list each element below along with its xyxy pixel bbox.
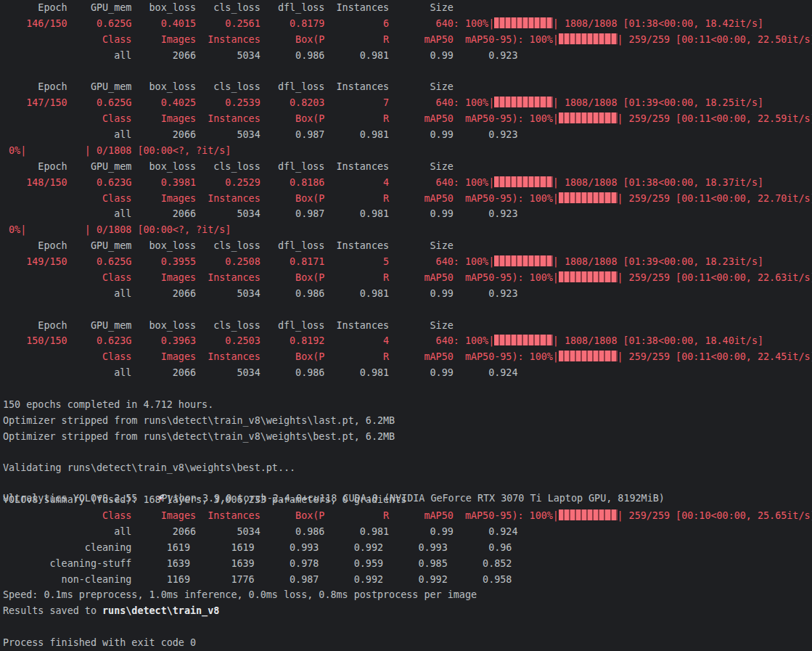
terminal-text: Optimizer stripped from runs\detect\trai… — [3, 431, 395, 442]
metrics-row: all 2066 5034 0.986 0.981 0.99 0.923 — [3, 48, 812, 64]
console-output: Epoch GPU_mem box_loss cls_loss dfl_loss… — [0, 0, 812, 651]
terminal-text: Epoch GPU_mem box_loss cls_loss dfl_loss… — [3, 2, 454, 13]
metrics-row: all 2066 5034 0.986 0.981 0.99 0.924 — [3, 524, 812, 540]
progress-bar-fill — [494, 17, 553, 28]
exit-line: Process finished with exit code 0 — [3, 635, 812, 651]
progress-bar-fill — [494, 255, 553, 266]
metrics-row: all 2066 5034 0.986 0.981 0.99 0.924 — [3, 365, 812, 381]
metrics-row: non-cleaning 1169 1776 0.987 0.992 0.992… — [3, 572, 812, 588]
terminal-text: Validating runs\detect\train_v8\weights\… — [3, 462, 295, 473]
progress-bar-fill — [494, 97, 553, 107]
terminal-text: 0%| | 0/1808 [00:00<?, ?it/s] — [3, 145, 231, 156]
terminal-text: | 259/259 [00:11<00:00, 22.70it/s] — [618, 193, 812, 204]
progress-bar-fill — [559, 509, 618, 520]
metrics-header-row: Epoch GPU_mem box_loss cls_loss dfl_loss… — [3, 159, 812, 175]
val-progress-row: Class Images Instances Box(P R mAP50 mAP… — [3, 32, 812, 48]
stalled-progress-row: 0%| | 0/1808 [00:00<?, ?it/s] — [3, 222, 812, 238]
progress-bar-fill — [559, 112, 618, 123]
metrics-header-row: Epoch GPU_mem box_loss cls_loss dfl_loss… — [3, 238, 812, 254]
terminal-text: Class Images Instances Box(P R mAP50 mAP… — [3, 34, 559, 45]
val-progress-row: Class Images Instances Box(P R mAP50 mAP… — [3, 508, 812, 524]
terminal-text: 150/150 0.623G 0.3963 0.2503 0.8192 4 64… — [3, 335, 494, 346]
progress-bar-fill — [494, 176, 553, 187]
terminal-text: 150 epochs completed in 4.712 hours. — [3, 399, 213, 410]
terminal-text: all 2066 5034 0.986 0.981 0.99 0.924 — [3, 526, 517, 537]
terminal-text: 147/150 0.625G 0.4025 0.2539 0.8203 7 64… — [3, 97, 494, 108]
terminal-text: Epoch GPU_mem box_loss cls_loss dfl_loss… — [3, 81, 454, 92]
terminal-text: all 2066 5034 0.986 0.981 0.99 0.923 — [3, 288, 517, 299]
terminal-text: cleaning-stuff 1639 1639 0.978 0.959 0.9… — [3, 558, 512, 569]
progress-bar-fill — [559, 33, 618, 44]
info-line: Speed: 0.1ms preprocess, 1.0ms inference… — [3, 587, 812, 603]
terminal-text: all 2066 5034 0.987 0.981 0.99 0.923 — [3, 208, 517, 219]
terminal-text: Epoch GPU_mem box_loss cls_loss dfl_loss… — [3, 240, 454, 251]
terminal-text: 0%| | 0/1808 [00:00<?, ?it/s] — [3, 224, 231, 235]
metrics-row: all 2066 5034 0.987 0.981 0.99 0.923 — [3, 206, 812, 222]
epoch-progress-row: 149/150 0.625G 0.3955 0.2508 0.8171 5 64… — [3, 254, 812, 270]
terminal-text: Process finished with exit code 0 — [3, 637, 196, 648]
progress-bar-fill — [559, 192, 618, 203]
results-line: Results saved to runs\detect\train_v8 — [3, 603, 812, 619]
metrics-row: cleaning 1619 1619 0.993 0.992 0.993 0.9… — [3, 540, 812, 556]
terminal-text: | 259/259 [00:11<00:00, 22.63it/s] — [618, 272, 812, 283]
epoch-progress-row: 147/150 0.625G 0.4025 0.2539 0.8203 7 64… — [3, 95, 812, 111]
terminal-text: runs\detect\train_v8 — [102, 605, 219, 616]
terminal-text: Class Images Instances Box(P R mAP50 mAP… — [3, 272, 559, 283]
terminal-text: | 1808/1808 [01:38<00:00, 18.37it/s] — [553, 177, 763, 188]
terminal-text: Epoch GPU_mem box_loss cls_loss dfl_loss… — [3, 320, 454, 331]
terminal-text: Results saved to — [3, 605, 102, 616]
blank-line — [3, 445, 812, 461]
progress-bar-fill — [494, 335, 553, 345]
terminal-text: 146/150 0.625G 0.4015 0.2561 0.8179 6 64… — [3, 18, 494, 29]
terminal-text: | 259/259 [00:10<00:00, 25.65it/s] — [618, 510, 812, 521]
terminal-text: | 1808/1808 [01:39<00:00, 18.23it/s] — [553, 256, 763, 267]
stalled-progress-row: 0%| | 0/1808 [00:00<?, ?it/s] — [3, 143, 812, 159]
epoch-progress-row: 146/150 0.625G 0.4015 0.2561 0.8179 6 64… — [3, 16, 812, 32]
metrics-header-row: Epoch GPU_mem box_loss cls_loss dfl_loss… — [3, 79, 812, 95]
progress-bar-fill — [559, 271, 618, 282]
blank-line — [3, 619, 812, 635]
terminal-text: all 2066 5034 0.986 0.981 0.99 0.924 — [3, 367, 517, 378]
terminal-text: | 259/259 [00:11<00:00, 22.50it/s] — [618, 34, 812, 45]
terminal-text: Speed: 0.1ms preprocess, 1.0ms inference… — [3, 589, 477, 600]
terminal-text: Class Images Instances Box(P R mAP50 mAP… — [3, 351, 559, 362]
epoch-progress-row: 148/150 0.623G 0.3981 0.2529 0.8186 4 64… — [3, 175, 812, 191]
terminal-text: all 2066 5034 0.987 0.981 0.99 0.923 — [3, 129, 517, 140]
version-line: Ultralytics YOLOv8.2.55 Python-3.9.0 tor… — [3, 476, 812, 492]
blank-line — [3, 381, 812, 397]
info-line: Optimizer stripped from runs\detect\trai… — [3, 413, 812, 429]
blank-line — [3, 302, 812, 318]
val-progress-row: Class Images Instances Box(P R mAP50 mAP… — [3, 270, 812, 286]
terminal-text: Class Images Instances Box(P R mAP50 mAP… — [3, 113, 559, 124]
terminal-text: | 259/259 [00:11<00:00, 22.59it/s] — [618, 113, 812, 124]
terminal-text: | 1808/1808 [01:38<00:00, 18.40it/s] — [553, 335, 763, 346]
terminal-text: 149/150 0.625G 0.3955 0.2508 0.8171 5 64… — [3, 256, 494, 267]
terminal-text: | 1808/1808 [01:39<00:00, 18.25it/s] — [553, 97, 763, 108]
val-progress-row: Class Images Instances Box(P R mAP50 mAP… — [3, 111, 812, 127]
metrics-row: all 2066 5034 0.987 0.981 0.99 0.923 — [3, 127, 812, 143]
metrics-row: all 2066 5034 0.986 0.981 0.99 0.923 — [3, 286, 812, 302]
info-line: Validating runs\detect\train_v8\weights\… — [3, 460, 812, 476]
terminal-text: Class Images Instances Box(P R mAP50 mAP… — [3, 193, 559, 204]
epoch-progress-row: 150/150 0.623G 0.3963 0.2503 0.8192 4 64… — [3, 333, 812, 349]
terminal-text: YOLOv8 summary (fused): 168 layers, 3,00… — [3, 494, 406, 505]
val-progress-row: Class Images Instances Box(P R mAP50 mAP… — [3, 191, 812, 207]
metrics-header-row: Epoch GPU_mem box_loss cls_loss dfl_loss… — [3, 318, 812, 334]
metrics-row: cleaning-stuff 1639 1639 0.978 0.959 0.9… — [3, 556, 812, 572]
metrics-header-row: Epoch GPU_mem box_loss cls_loss dfl_loss… — [3, 0, 812, 16]
terminal-text: cleaning 1619 1619 0.993 0.992 0.993 0.9… — [3, 542, 512, 553]
terminal-text: all 2066 5034 0.986 0.981 0.99 0.923 — [3, 50, 517, 61]
terminal-text: Class Images Instances Box(P R mAP50 mAP… — [3, 510, 559, 521]
progress-bar-fill — [559, 351, 618, 361]
terminal-text: Epoch GPU_mem box_loss cls_loss dfl_loss… — [3, 161, 454, 172]
terminal-text: non-cleaning 1169 1776 0.987 0.992 0.992… — [3, 574, 512, 585]
terminal-text: 148/150 0.623G 0.3981 0.2529 0.8186 4 64… — [3, 177, 494, 188]
terminal-text: | 259/259 [00:11<00:00, 22.45it/s] — [618, 351, 812, 362]
terminal-text: Optimizer stripped from runs\detect\trai… — [3, 415, 395, 426]
blank-line — [3, 64, 812, 80]
val-progress-row: Class Images Instances Box(P R mAP50 mAP… — [3, 349, 812, 365]
info-line: Optimizer stripped from runs\detect\trai… — [3, 429, 812, 445]
terminal-text: | 1808/1808 [01:38<00:00, 18.42it/s] — [553, 18, 763, 29]
info-line: 150 epochs completed in 4.712 hours. — [3, 397, 812, 413]
